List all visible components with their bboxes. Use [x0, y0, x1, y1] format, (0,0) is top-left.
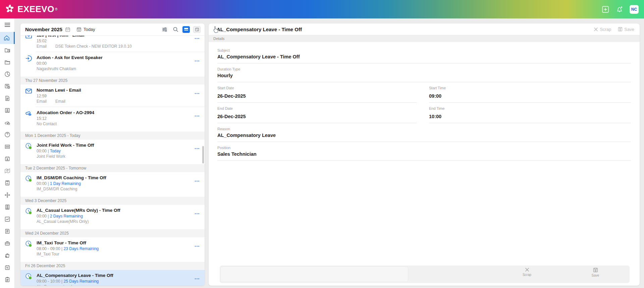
field-value: Sales Technician [217, 151, 631, 157]
event-time: 15:02 [37, 38, 195, 44]
sidebar-item-map[interactable] [0, 165, 15, 177]
more-options-icon[interactable]: ••• [195, 37, 200, 40]
map-person-icon [4, 168, 10, 174]
field-duration-type[interactable]: Duration Type Hourly [217, 66, 631, 82]
save-icon [593, 268, 598, 273]
field-value: Hourly [217, 73, 631, 79]
day-header: Fri 26 December 2025 [20, 262, 205, 270]
sidebar-item-document-edit[interactable] [0, 80, 15, 92]
sidebar-item-folder[interactable] [0, 56, 15, 68]
event-title: Allocation Order - AO-2994 [37, 110, 195, 115]
event-time: 15:12 [37, 116, 195, 121]
event-title: AL_Casual Leave(MRs Only) - Time Off [37, 207, 195, 213]
list-view-toggle-icon[interactable] [182, 26, 190, 33]
footer-save-button[interactable]: Save [585, 268, 605, 277]
footer-input-area[interactable] [220, 267, 408, 282]
timeoff-clock-icon [25, 273, 33, 286]
field-position[interactable]: Position Sales Technician [217, 145, 631, 161]
scrollbar-thumb[interactable] [202, 146, 204, 163]
user-avatar[interactable]: NC [630, 5, 639, 14]
more-options-icon[interactable]: ••• [195, 59, 200, 63]
field-label: Position [217, 145, 631, 150]
report-chart-icon [4, 180, 10, 186]
mouse-cursor-icon [213, 26, 219, 34]
field-start-date[interactable]: Start Date 26-Dec-2025 [217, 85, 417, 103]
detail-footer-bar: Scrap Save [220, 266, 630, 283]
action-arrow-icon [25, 55, 33, 71]
sidebar-item-calendar-sync[interactable] [0, 261, 15, 274]
field-end-time[interactable]: End Time 10:00 [429, 105, 631, 123]
more-options-icon[interactable]: ••• [195, 212, 200, 215]
list-item[interactable]: Norman Lewi - Email 12:59 EmailEmail ••• [20, 85, 205, 107]
event-subtext: AL_Compensatory Leave [37, 284, 195, 286]
month-picker-calendar-icon[interactable] [65, 27, 70, 32]
list-item[interactable]: Action - Ask for Event Speaker 00:00 Nag… [20, 52, 205, 74]
sidebar-item-briefcase[interactable] [0, 237, 15, 249]
event-subtext: Nagashruthi Chakilam [37, 66, 195, 71]
menu-hamburger-icon[interactable] [4, 22, 10, 29]
sidebar-item-analytics[interactable] [0, 68, 15, 80]
event-subtext: Joint Field Work [37, 154, 195, 159]
sidebar-item-contacts[interactable] [0, 104, 15, 116]
add-new-icon[interactable] [601, 5, 609, 13]
field-label: End Time [429, 106, 631, 111]
sidebar-item-folder-settings[interactable] [0, 44, 15, 56]
more-options-icon[interactable]: ••• [195, 180, 200, 183]
event-time: 00:00 | 2 Days Remaining [37, 213, 195, 219]
sidebar-item-document[interactable] [0, 92, 15, 104]
calendar-view-toggle-icon[interactable] [193, 26, 201, 33]
sidebar-item-trend[interactable] [0, 213, 15, 225]
event-title: IM_Taxi Tour - Time Off [37, 240, 195, 246]
sidebar-item-order-bag[interactable] [0, 249, 15, 261]
more-options-icon[interactable]: ••• [195, 277, 200, 281]
more-options-icon[interactable]: ••• [195, 92, 200, 95]
sidebar-item-notes[interactable] [0, 225, 15, 237]
save-button-disabled[interactable]: Save [618, 27, 634, 32]
scrap-button-disabled[interactable]: Scrap [594, 27, 611, 32]
sidebar-item-clipboard[interactable] [0, 274, 15, 286]
more-options-icon[interactable]: ••• [195, 245, 200, 248]
sidebar-item-barcode[interactable] [0, 141, 15, 153]
more-options-icon[interactable]: ••• [195, 114, 200, 118]
search-icon[interactable] [172, 26, 179, 33]
more-options-icon[interactable]: ••• [195, 147, 200, 150]
notifications-bell-icon[interactable] [615, 5, 624, 13]
exeevo-logo-icon [5, 4, 15, 15]
detail-fields: Subject AL_Compensatory Leave - Time Off… [209, 42, 640, 161]
event-time: 00:00 [37, 61, 195, 66]
tab-details[interactable]: Details [209, 35, 640, 42]
field-value: 26-Dec-2025 [217, 93, 417, 99]
trend-chart-icon [4, 216, 10, 222]
barcode-icon [4, 144, 10, 150]
filter-sliders-icon[interactable] [161, 26, 168, 33]
sidebar-item-report[interactable] [0, 177, 15, 189]
sidebar-item-document-gear[interactable] [0, 201, 15, 213]
list-item[interactable]: 120 | test | Kim - Email 15:02 EmailDSE … [20, 36, 205, 52]
field-label: Start Time [429, 86, 631, 90]
list-item[interactable]: Joint Field Work - Time Off 00:00 | Toda… [20, 140, 205, 162]
timeoff-clock-icon [25, 207, 33, 224]
field-subject[interactable]: Subject AL_Compensatory Leave - Time Off [217, 47, 631, 63]
event-time: 00:00 | Today [37, 148, 195, 154]
list-item[interactable]: IM_DSM/DR Coaching - Time Off 00:00 | 1 … [20, 172, 205, 194]
list-item[interactable]: Allocation Order - AO-2994 15:12 No Cont… [20, 107, 205, 129]
sidebar-item-home[interactable] [0, 32, 15, 44]
field-reason[interactable]: Reason AL_Compensatory Leave [217, 126, 631, 142]
exeevo-logo[interactable]: EXEEVO ® [5, 4, 57, 15]
field-end-date[interactable]: End Date 26-Dec-2025 [217, 105, 417, 123]
list-item[interactable]: IM_Taxi Tour - Time Off 08:00 - 09:00 | … [20, 237, 205, 259]
sidebar-item-medication[interactable] [0, 116, 15, 129]
footer-scrap-button[interactable]: Scrap [517, 268, 537, 277]
today-button[interactable]: Today [76, 27, 95, 32]
day-header: Wed 24 December 2025 [20, 229, 205, 237]
field-start-time[interactable]: Start Time 09:00 [429, 85, 631, 103]
sidebar-item-help[interactable] [0, 129, 15, 141]
list-item[interactable]: AL_Casual Leave(MRs Only) - Time Off 00:… [20, 205, 205, 227]
sidebar-item-move[interactable] [0, 189, 15, 201]
today-button-label: Today [84, 27, 95, 32]
event-title: Joint Field Work - Time Off [37, 142, 195, 148]
event-subtext: IM_Taxi Tour [37, 252, 195, 257]
field-value: 26-Dec-2025 [217, 113, 417, 120]
list-item-selected[interactable]: AL_Compensatory Leave - Time Off 09:00 -… [20, 270, 205, 286]
sidebar-item-calendar-person[interactable] [0, 153, 15, 165]
